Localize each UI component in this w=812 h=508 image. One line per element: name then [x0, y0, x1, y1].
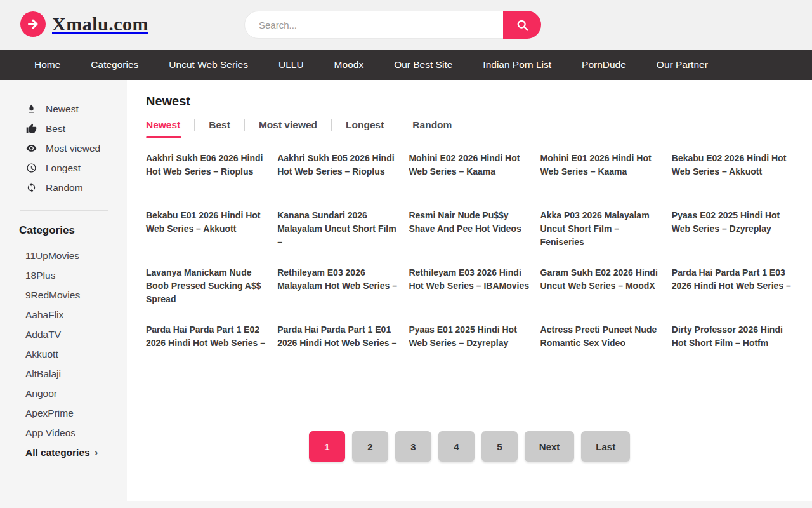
pagination-page-5[interactable]: 5 [481, 431, 518, 462]
sidebar-item-newest[interactable]: Newest [0, 99, 127, 119]
tab-most-viewed[interactable]: Most viewed [259, 119, 317, 131]
tab-newest[interactable]: Newest [146, 119, 180, 131]
clock-icon [25, 163, 37, 174]
video-title-link[interactable]: Parda Hai Parda Part 1 E02 2026 Hindi Ho… [146, 323, 267, 380]
sidebar-category-app-videos[interactable]: App Videos [0, 423, 127, 443]
video-title-link[interactable]: Parda Hai Parda Part 1 E03 2026 Hindi Ho… [672, 266, 793, 323]
sort-tabs: NewestBestMost viewedLongestRandom [146, 119, 793, 131]
tab-longest[interactable]: Longest [346, 119, 384, 131]
video-grid: Aakhri Sukh E06 2026 Hindi Hot Web Serie… [146, 152, 793, 380]
sidebar-category-9redmovies[interactable]: 9RedMovies [0, 285, 127, 305]
sidebar-category-links: 11UpMovies18Plus9RedMoviesAahaFlixAddaTV… [0, 246, 127, 443]
sidebar-item-longest[interactable]: Longest [0, 158, 127, 178]
sidebar-category-18plus[interactable]: 18Plus [0, 265, 127, 285]
footer-strip [0, 501, 812, 508]
pagination-next-button[interactable]: Next [525, 431, 575, 462]
video-title-link[interactable]: Mohini E01 2026 Hindi Hot Web Series – K… [540, 152, 662, 209]
page-title: Newest [146, 94, 793, 109]
sidebar-category-11upmovies[interactable]: 11UpMovies [0, 246, 127, 265]
sidebar-category-altbalaji[interactable]: AltBalaji [0, 364, 127, 384]
pagination-page-1[interactable]: 1 [309, 431, 345, 462]
video-title-link[interactable]: Aakhri Sukh E06 2026 Hindi Hot Web Serie… [146, 152, 267, 209]
video-title-link[interactable]: Lavanya Manickam Nude Boob Pressed Sucki… [146, 266, 267, 323]
chevron-right-icon: › [95, 447, 98, 458]
sidebar-category-aahaflix[interactable]: AahaFlix [0, 305, 127, 324]
sidebar-item-label: Best [46, 123, 65, 135]
video-title-link[interactable]: Bekabu E02 2026 Hindi Hot Web Series – A… [672, 152, 793, 209]
sidebar-sort-links: NewestBestMost viewedLongestRandom [0, 99, 127, 197]
arrow-right-circle-icon [20, 11, 46, 37]
brand-name: Xmalu.com [52, 13, 148, 35]
sidebar: NewestBestMost viewedLongestRandom Categ… [0, 80, 127, 501]
sidebar-divider [20, 210, 108, 211]
pagination-page-2[interactable]: 2 [352, 431, 388, 462]
video-title-link[interactable]: Aakhri Sukh E05 2026 Hindi Hot Web Serie… [277, 152, 398, 209]
categories-heading: Categories [0, 224, 127, 237]
nav-item-uncut-web-series[interactable]: Uncut Web Series [154, 50, 263, 80]
pagination: 12345NextLast [146, 431, 793, 462]
sync-icon [25, 182, 37, 194]
sidebar-item-label: Newest [46, 104, 79, 115]
nav-item-moodx[interactable]: Moodx [319, 50, 379, 80]
tab-separator [244, 119, 245, 131]
nav-item-indian-porn-list[interactable]: Indian Porn List [468, 50, 566, 80]
search-icon [516, 18, 529, 32]
nav-item-home[interactable]: Home [19, 50, 75, 80]
search-button[interactable] [503, 11, 541, 39]
video-title-link[interactable]: Rethileyam E03 2026 Malayalam Hot Web Se… [277, 266, 398, 323]
sidebar-category-akkuott[interactable]: Akkuott [0, 344, 127, 364]
sidebar-item-random[interactable]: Random [0, 178, 127, 197]
search-bar [244, 11, 541, 39]
nav-item-ullu[interactable]: ULLU [263, 50, 319, 80]
video-title-link[interactable]: Dirty Professor 2026 Hindi Hot Short Fil… [672, 323, 793, 380]
sidebar-category-apexprime[interactable]: ApexPrime [0, 403, 127, 423]
main-nav: HomeCategoriesUncut Web SeriesULLUMoodxO… [0, 50, 812, 80]
video-title-link[interactable]: Rethileyam E03 2026 Hindi Hot Web Series… [409, 266, 530, 323]
tab-separator [194, 119, 195, 131]
sidebar-item-label: Random [46, 182, 83, 194]
nav-item-our-partner[interactable]: Our Partner [641, 50, 723, 80]
video-title-link[interactable]: Actress Preeti Puneet Nude Romantic Sex … [540, 323, 662, 380]
sidebar-item-most-viewed[interactable]: Most viewed [0, 138, 127, 158]
nav-item-porndude[interactable]: PornDude [566, 50, 641, 80]
thumbs-up-icon [25, 123, 37, 135]
video-title-link[interactable]: Parda Hai Parda Part 1 E01 2026 Hindi Ho… [277, 323, 398, 380]
video-title-link[interactable]: Pyaas E02 2025 Hindi Hot Web Series – Dz… [672, 209, 793, 266]
tab-best[interactable]: Best [209, 119, 230, 131]
nav-item-our-best-site[interactable]: Our Best Site [379, 50, 468, 80]
video-title-link[interactable]: Akka P03 2026 Malayalam Uncut Short Film… [540, 209, 662, 266]
tab-separator [398, 119, 398, 131]
pagination-last-button[interactable]: Last [581, 431, 630, 462]
sidebar-item-label: Most viewed [46, 143, 100, 154]
video-title-link[interactable]: Kanana Sundari 2026 Malayalam Uncut Shor… [277, 209, 398, 266]
tab-random[interactable]: Random [412, 119, 452, 131]
main-content: Newest NewestBestMost viewedLongestRando… [127, 80, 812, 501]
video-title-link[interactable]: Garam Sukh E02 2026 Hindi Uncut Web Seri… [540, 266, 662, 323]
site-header: Xmalu.com [0, 0, 812, 50]
nav-item-categories[interactable]: Categories [75, 50, 154, 80]
sidebar-item-all-categories[interactable]: All categories › [0, 443, 127, 462]
sidebar-item-best[interactable]: Best [0, 119, 127, 138]
eye-icon [25, 143, 37, 154]
pen-icon [25, 104, 37, 115]
search-input[interactable] [244, 11, 541, 39]
video-title-link[interactable]: Pyaas E01 2025 Hindi Hot Web Series – Dz… [409, 323, 530, 380]
pagination-page-3[interactable]: 3 [395, 431, 431, 462]
video-title-link[interactable]: Resmi Nair Nude Pu$$y Shave And Pee Hot … [409, 209, 530, 266]
sidebar-category-addatv[interactable]: AddaTV [0, 324, 127, 344]
video-title-link[interactable]: Mohini E02 2026 Hindi Hot Web Series – K… [409, 152, 530, 209]
sidebar-category-angoor[interactable]: Angoor [0, 384, 127, 403]
sidebar-item-label: Longest [46, 163, 81, 174]
video-title-link[interactable]: Bekabu E01 2026 Hindi Hot Web Series – A… [146, 209, 267, 266]
tab-separator [331, 119, 332, 131]
pagination-page-4[interactable]: 4 [438, 431, 475, 462]
all-categories-label: All categories [25, 443, 90, 462]
site-logo[interactable]: Xmalu.com [20, 11, 148, 37]
